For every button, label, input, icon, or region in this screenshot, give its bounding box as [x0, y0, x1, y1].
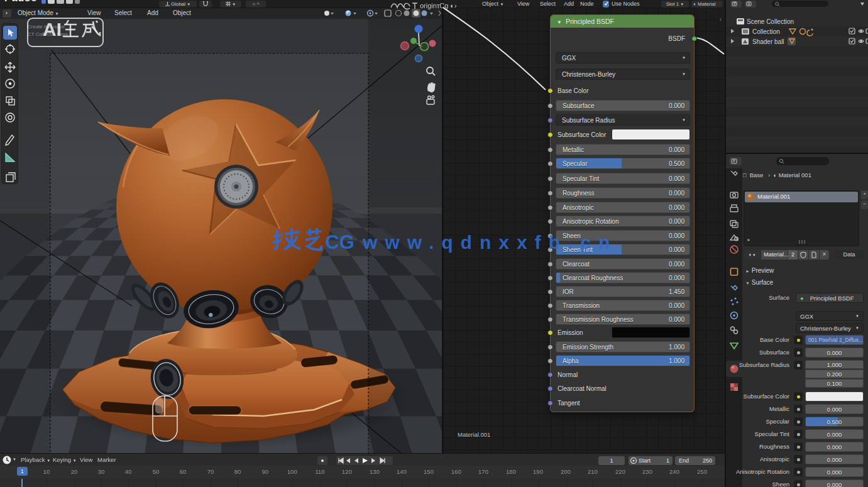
- svg-text:www.qdnxxfb.cn: www.qdnxxfb.cn: [362, 232, 617, 253]
- svg-text:CG: CG: [325, 231, 354, 253]
- svg-text:originτCg ◐›: originτCg ◐›: [420, 2, 457, 9]
